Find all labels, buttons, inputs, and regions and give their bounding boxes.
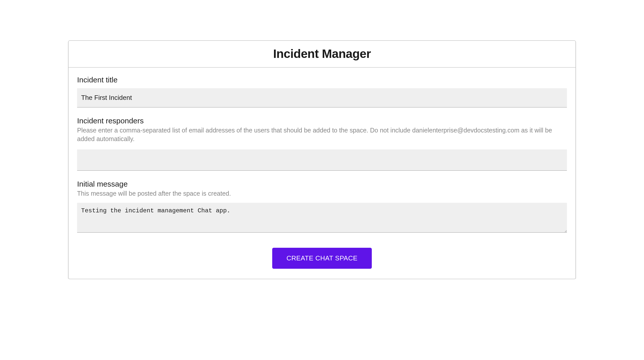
incident-title-input[interactable] <box>77 88 567 107</box>
field-initial-message: Initial message This message will be pos… <box>77 180 567 234</box>
responders-label: Incident responders <box>77 117 567 125</box>
card-body: Incident title Incident responders Pleas… <box>68 68 576 279</box>
field-responders: Incident responders Please enter a comma… <box>77 117 567 171</box>
responders-input[interactable] <box>77 149 567 171</box>
initial-message-textarea[interactable] <box>77 203 567 233</box>
incident-title-label: Incident title <box>77 76 567 84</box>
initial-message-label: Initial message <box>77 180 567 188</box>
initial-message-hint: This message will be posted after the sp… <box>77 189 567 198</box>
create-chat-space-button[interactable]: CREATE CHAT SPACE <box>272 248 372 269</box>
incident-manager-card: Incident Manager Incident title Incident… <box>68 40 576 279</box>
card-header: Incident Manager <box>68 41 576 68</box>
submit-row: CREATE CHAT SPACE <box>77 248 567 269</box>
field-incident-title: Incident title <box>77 76 567 107</box>
responders-hint: Please enter a comma-separated list of e… <box>77 126 567 143</box>
page-title: Incident Manager <box>68 47 576 61</box>
